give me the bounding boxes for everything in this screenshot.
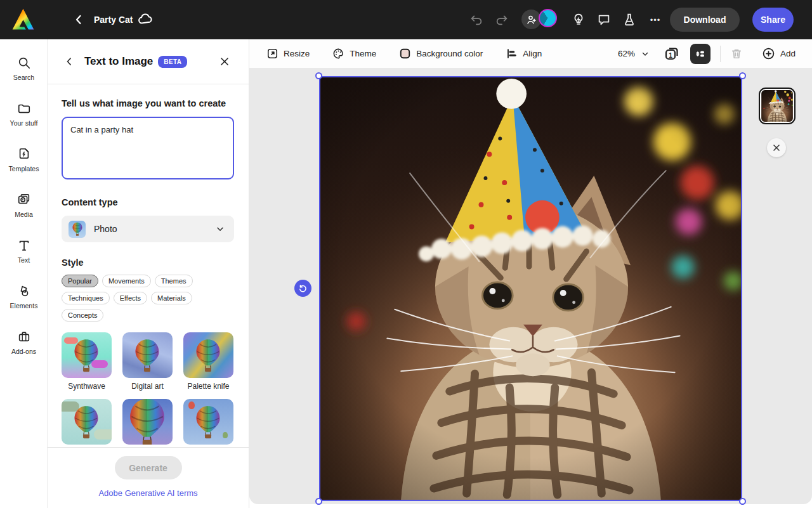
- style-card-label: Synthwave: [62, 382, 112, 391]
- background-color-button[interactable]: Background color: [399, 48, 483, 60]
- dismiss-variations-button[interactable]: [767, 138, 786, 157]
- avatar[interactable]: [539, 9, 557, 27]
- style-chip-popular[interactable]: Popular: [62, 275, 98, 287]
- content-type-thumbnail: [69, 221, 86, 238]
- sidebar-item-label: Your stuff: [10, 119, 38, 127]
- left-rail: Search Your stuff Templates Media Text E…: [0, 39, 48, 508]
- style-card-5[interactable]: [122, 399, 173, 445]
- align-label: Align: [523, 49, 542, 58]
- content-type-dropdown[interactable]: Photo: [62, 216, 234, 242]
- beta-badge: BETA: [158, 56, 187, 68]
- generate-button[interactable]: Generate: [115, 456, 182, 479]
- style-card-label: Digital art: [122, 382, 173, 391]
- style-chip-effects[interactable]: Effects: [114, 292, 147, 304]
- panel-close-button[interactable]: [218, 53, 236, 70]
- sidebar-item-media[interactable]: Media: [0, 183, 48, 228]
- theme-icon: [332, 48, 344, 60]
- sidebar-item-elements[interactable]: Elements: [0, 274, 48, 320]
- panel-back-button[interactable]: [63, 54, 78, 69]
- add-element-button[interactable]: Add: [762, 47, 796, 60]
- back-button[interactable]: [71, 11, 89, 29]
- background-color-label: Background color: [416, 49, 483, 58]
- pages-button[interactable]: 1: [664, 44, 683, 63]
- add-plus-icon: [762, 47, 775, 60]
- zoom-value: 62%: [618, 49, 635, 58]
- more-options-button[interactable]: •••: [648, 12, 663, 27]
- panel-header: Text to Image BETA: [48, 39, 249, 84]
- style-card-6[interactable]: [183, 399, 233, 445]
- rotate-icon: [298, 283, 308, 293]
- align-button[interactable]: Align: [506, 48, 542, 60]
- redo-icon: [495, 13, 509, 27]
- redo-button[interactable]: [495, 12, 510, 27]
- rotate-handle[interactable]: [294, 280, 311, 297]
- resize-handle-top-right[interactable]: [739, 72, 746, 79]
- beaker-button[interactable]: [622, 12, 638, 27]
- style-chip-group: Popular Movements Themes Techniques Effe…: [62, 275, 234, 322]
- style-card-thumbnail: [62, 332, 112, 378]
- sidebar-item-label: Text: [18, 256, 30, 264]
- style-chip-concepts[interactable]: Concepts: [62, 309, 103, 322]
- style-chip-themes[interactable]: Themes: [155, 275, 193, 287]
- adobe-express-logo[interactable]: [12, 8, 34, 30]
- theme-label: Theme: [350, 49, 376, 58]
- svg-text:1: 1: [669, 51, 672, 58]
- delete-button[interactable]: [730, 45, 748, 63]
- pages-icon: 1: [664, 46, 680, 62]
- beaker-icon: [622, 13, 636, 27]
- sidebar-item-templates[interactable]: Templates: [0, 137, 48, 183]
- sidebar-item-label: Elements: [10, 302, 38, 309]
- selected-image[interactable]: [319, 76, 742, 501]
- style-card-palette-knife[interactable]: Palette knife: [183, 332, 233, 391]
- text-to-image-panel: Text to Image BETA Tell us what image yo…: [48, 39, 249, 508]
- close-icon: [771, 143, 782, 153]
- prompt-input[interactable]: Cat in a party hat: [62, 117, 234, 179]
- style-card-digital-art[interactable]: Digital art: [122, 332, 173, 391]
- style-chip-techniques[interactable]: Techniques: [62, 292, 110, 304]
- zoom-control[interactable]: 62%: [618, 49, 650, 58]
- sidebar-item-your-stuff[interactable]: Your stuff: [0, 91, 48, 137]
- style-card-grid: Synthwave Digital art Palette knife: [62, 332, 234, 445]
- style-card-thumbnail: [183, 399, 233, 445]
- canvas-toolbar: Resize Theme Background color Align 62% …: [249, 39, 812, 68]
- download-button[interactable]: Download: [670, 8, 740, 32]
- style-card-thumbnail: [183, 332, 233, 378]
- style-card-label: Palette knife: [183, 382, 233, 391]
- layers-button[interactable]: [690, 44, 710, 64]
- theme-button[interactable]: Theme: [332, 48, 376, 60]
- style-card-synthwave[interactable]: Synthwave: [62, 332, 112, 391]
- generated-cat-image: [320, 77, 741, 500]
- style-card-4[interactable]: [62, 399, 112, 445]
- sidebar-item-text[interactable]: Text: [0, 228, 48, 274]
- undo-button[interactable]: [469, 12, 485, 27]
- trash-icon: [730, 48, 743, 60]
- document-title[interactable]: Party Cat: [94, 0, 133, 39]
- sidebar-item-search[interactable]: Search: [0, 46, 48, 91]
- chevron-down-icon: [215, 224, 225, 234]
- text-icon: [17, 238, 31, 252]
- style-chip-materials[interactable]: Materials: [151, 292, 192, 304]
- sidebar-item-label: Media: [15, 211, 33, 218]
- ideas-button[interactable]: [572, 12, 587, 27]
- generative-ai-terms-link[interactable]: Adobe Generative AI terms: [48, 488, 249, 498]
- elements-icon: [17, 284, 31, 298]
- resize-handle-top-left[interactable]: [315, 72, 322, 79]
- resize-handle-bottom-right[interactable]: [739, 498, 746, 505]
- resize-button[interactable]: Resize: [266, 48, 310, 60]
- resize-handle-bottom-left[interactable]: [315, 498, 322, 505]
- comment-button[interactable]: [597, 12, 612, 27]
- share-button[interactable]: Share: [752, 8, 794, 32]
- toolbar-right-group: 62% 1 Add: [618, 44, 796, 64]
- sidebar-item-label: Templates: [9, 165, 39, 173]
- variation-thumbnail[interactable]: [759, 88, 796, 124]
- sidebar-item-label: Add-ons: [11, 348, 36, 355]
- chevron-down-icon: [641, 49, 650, 58]
- cloud-icon[interactable]: [137, 12, 154, 26]
- templates-icon: [17, 147, 31, 161]
- comment-icon: [597, 13, 611, 27]
- sidebar-item-add-ons[interactable]: Add-ons: [0, 320, 48, 365]
- style-chip-movements[interactable]: Movements: [102, 275, 151, 287]
- close-icon: [218, 55, 231, 68]
- style-card-thumbnail: [62, 399, 112, 445]
- toolbar-divider: [720, 46, 721, 62]
